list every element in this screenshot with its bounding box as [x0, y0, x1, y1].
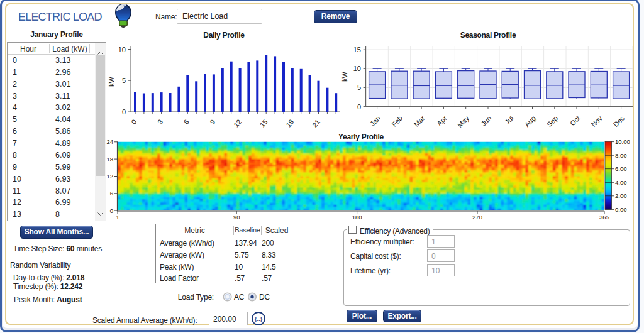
svg-text:Nov: Nov — [589, 114, 604, 129]
svg-text:5: 5 — [357, 84, 361, 91]
svg-text:Jan: Jan — [369, 114, 382, 128]
svg-text:May: May — [456, 114, 471, 129]
svg-text:4.00: 4.00 — [615, 179, 627, 186]
svg-text:Seasonal Profile: Seasonal Profile — [460, 31, 516, 40]
svg-text:Mar: Mar — [413, 114, 426, 128]
svg-text:kW: kW — [108, 76, 115, 87]
svg-text:365: 365 — [599, 214, 609, 221]
svg-text:18: 18 — [284, 118, 295, 129]
svg-text:Yearly Profile: Yearly Profile — [338, 133, 384, 141]
svg-text:Oct: Oct — [569, 114, 582, 128]
svg-text:Jun: Jun — [479, 114, 492, 128]
svg-text:2.00: 2.00 — [615, 192, 627, 199]
svg-text:0: 0 — [130, 118, 138, 126]
svg-text:1: 1 — [116, 214, 119, 221]
svg-text:6: 6 — [110, 190, 113, 197]
svg-text:Dec: Dec — [612, 114, 626, 129]
svg-text:270: 270 — [472, 214, 482, 221]
svg-text:21: 21 — [311, 118, 321, 129]
svg-text:Aug: Aug — [523, 114, 537, 128]
svg-text:5: 5 — [122, 77, 126, 84]
svg-text:180: 180 — [352, 214, 362, 221]
svg-text:6: 6 — [182, 118, 191, 126]
svg-text:0: 0 — [357, 103, 361, 111]
svg-text:Apr: Apr — [435, 114, 448, 128]
svg-text:9: 9 — [208, 118, 216, 126]
svg-text:15: 15 — [258, 118, 269, 129]
svg-text:10: 10 — [353, 65, 361, 72]
svg-text:{..}: {..} — [255, 316, 263, 322]
svg-text:0.00: 0.00 — [615, 206, 627, 213]
svg-text:8.00: 8.00 — [615, 152, 627, 159]
svg-text:6.00: 6.00 — [615, 165, 627, 172]
svg-text:Daily Profile: Daily Profile — [203, 31, 245, 40]
svg-text:15: 15 — [353, 46, 361, 53]
svg-text:0: 0 — [110, 207, 113, 214]
svg-text:90: 90 — [233, 214, 240, 221]
svg-text:10: 10 — [118, 46, 126, 53]
svg-text:12: 12 — [106, 173, 113, 180]
svg-text:12: 12 — [232, 118, 243, 129]
svg-text:Feb: Feb — [390, 114, 404, 128]
svg-text:18: 18 — [106, 156, 113, 163]
svg-text:0: 0 — [122, 108, 126, 116]
svg-text:Jul: Jul — [503, 114, 514, 126]
svg-text:10.00: 10.00 — [615, 138, 630, 145]
svg-text:Sep: Sep — [545, 114, 559, 128]
svg-text:24: 24 — [106, 138, 113, 145]
svg-text:3: 3 — [156, 118, 164, 126]
svg-text:kW: kW — [341, 71, 348, 82]
